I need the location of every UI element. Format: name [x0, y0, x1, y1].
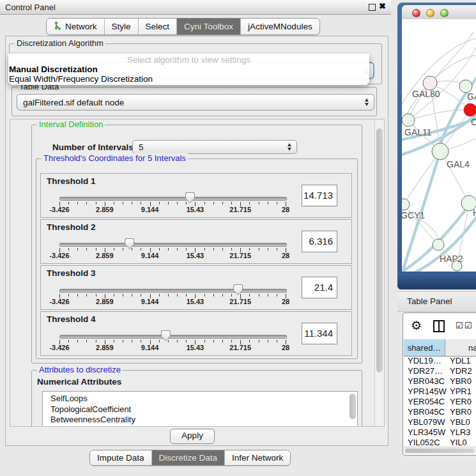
minor-tick: [159, 248, 160, 250]
close-traffic-light-icon[interactable]: [412, 9, 420, 17]
application-window: Control Panel ✖ NetworkStyleSelectCyni T…: [0, 0, 476, 476]
slider-thumb[interactable]: [185, 192, 195, 203]
table-hscrollbar-thumb[interactable]: [405, 449, 474, 453]
tick-label: 9.144: [130, 344, 171, 351]
tab-impute-data[interactable]: Impute Data: [90, 450, 152, 465]
list-scrollbar-thumb[interactable]: [349, 394, 356, 419]
table-data-combobox[interactable]: galFiltered.sif default node: [17, 94, 374, 111]
tick-label: 9.144: [130, 252, 171, 259]
slider-track[interactable]: [59, 289, 287, 293]
slider-thumb[interactable]: [161, 330, 171, 341]
slider-track[interactable]: [59, 335, 287, 339]
tab-infer-network[interactable]: Infer Network: [225, 450, 290, 465]
tab-discretize-data[interactable]: Discretize Data: [152, 450, 226, 465]
network-node-GAL80[interactable]: [423, 76, 437, 90]
column-header[interactable]: na: [445, 339, 476, 356]
table-row[interactable]: YBR045CYBR0: [404, 407, 476, 417]
numerical-attributes-list[interactable]: SelfLoopsTopologicalCoefficientBetweenne…: [42, 391, 358, 427]
cell-shared-name: YBR043C: [404, 376, 445, 387]
slider-track[interactable]: [59, 197, 287, 201]
table-row[interactable]: YLR345WYLR3: [404, 427, 476, 438]
number-of-intervals-spinner[interactable]: 5: [132, 140, 297, 154]
network-icon: [54, 21, 62, 33]
attribute-list-item[interactable]: SelfLoops: [43, 392, 357, 404]
minor-tick: [86, 202, 87, 204]
table-row[interactable]: YBL079WYBL0: [404, 417, 476, 427]
table-row[interactable]: YDR27…YDR2: [404, 366, 476, 376]
minor-tick: [114, 248, 114, 250]
minor-tick: [268, 248, 268, 250]
tab-label: Style: [112, 22, 131, 31]
dropdown-item[interactable]: Manual Discretization: [9, 65, 98, 74]
attributes-group-label: Attributes to discretize: [37, 365, 123, 374]
panel-scrollbar-track[interactable]: [374, 119, 384, 426]
checkbox-checked-icon[interactable]: ☑: [464, 321, 472, 330]
network-node-HAP2[interactable]: [433, 239, 444, 250]
threshold-value-field[interactable]: 14.713: [302, 185, 337, 206]
apply-button[interactable]: Apply: [170, 429, 215, 444]
table-row[interactable]: YPR145WYPR1: [404, 387, 476, 397]
tab-cyni-toolbox[interactable]: Cyni Toolbox: [177, 19, 241, 35]
table-row[interactable]: YDL19…YDL1: [404, 356, 476, 366]
minor-tick: [123, 248, 123, 250]
tick-label: 15.43: [174, 344, 215, 351]
minimize-traffic-light-icon[interactable]: [426, 9, 434, 17]
tick-label: -3.426: [39, 298, 80, 305]
attribute-list-item[interactable]: BetweennessCentrality: [43, 415, 357, 426]
minor-tick: [77, 202, 78, 204]
threshold-row: Threshold 2-3.4262.8599.14415.4321.71528…: [40, 219, 352, 264]
slider-thumb[interactable]: [233, 284, 243, 295]
split-columns-icon[interactable]: [433, 320, 445, 332]
tab-select[interactable]: Select: [139, 19, 178, 35]
close-icon[interactable]: ✖: [379, 1, 386, 11]
thresholds-group: Threshold's Coordinates for 5 Intervals …: [36, 158, 358, 359]
network-node-GAL11[interactable]: [402, 114, 415, 127]
table-hscrollbar-track[interactable]: [404, 447, 476, 454]
minor-tick: [249, 248, 250, 250]
threshold-value-field[interactable]: 21.4: [302, 277, 337, 298]
control-panel-titlebar: Control Panel ✖: [0, 0, 391, 15]
tick-label: 15.43: [174, 252, 215, 259]
threshold-row: Threshold 1-3.4262.8599.14415.4321.71528…: [40, 173, 352, 218]
float-window-icon[interactable]: [369, 4, 376, 11]
node-label: GAL4: [447, 159, 470, 169]
node-label: HAP2: [440, 254, 463, 264]
minor-tick: [68, 202, 69, 204]
slider-track[interactable]: [59, 243, 287, 247]
zoom-traffic-light-icon[interactable]: [440, 9, 449, 17]
tick-label: 9.144: [130, 298, 171, 305]
network-node-GA[interactable]: [459, 80, 472, 93]
table-row[interactable]: YIL052CYIL0: [404, 438, 476, 447]
threshold-value-field[interactable]: 6.316: [302, 231, 337, 252]
tab-jactivemnodules[interactable]: jActiveMNodules: [241, 19, 319, 35]
slider-thumb[interactable]: [125, 238, 134, 249]
table-row[interactable]: YER054CYER0: [404, 397, 476, 407]
minor-tick: [86, 294, 87, 296]
network-canvas[interactable]: GAL80GACGAL11GAL4GCY1HHAP2: [402, 19, 476, 272]
interval-definition-group: Interval Definition Number of Intervals …: [31, 125, 362, 364]
panel-scrollbar-thumb[interactable]: [376, 128, 383, 372]
network-node-red-node[interactable]: [464, 104, 476, 116]
minor-tick: [132, 294, 132, 296]
minor-tick: [168, 202, 169, 204]
table-panel-title: Table Panel: [407, 296, 452, 306]
tick-label: 2.859: [84, 344, 125, 351]
spinner-arrows-icon: [288, 143, 292, 151]
table-row[interactable]: YBR043CYBR0: [404, 376, 476, 387]
combo-arrows-icon: [365, 98, 369, 106]
network-node-GAL4[interactable]: [432, 143, 449, 160]
minor-tick: [204, 248, 205, 250]
threshold-value-field[interactable]: 11.344: [302, 323, 337, 344]
dropdown-item[interactable]: Equal Width/Frequency Discretization: [9, 74, 153, 84]
minor-tick: [268, 294, 268, 296]
tab-network[interactable]: Network: [47, 19, 105, 35]
settings-gear-icon[interactable]: ⚙: [411, 318, 422, 333]
column-header[interactable]: shared…: [404, 339, 445, 356]
attribute-list-item[interactable]: TopologicalCoefficient: [43, 404, 357, 415]
network-window[interactable]: GAL80GACGAL11GAL4GCY1HHAP2: [397, 3, 476, 289]
minor-tick: [123, 294, 123, 296]
checkbox-checked-icon[interactable]: ☑: [456, 321, 463, 330]
minor-tick: [141, 202, 141, 204]
network-node-GCY1[interactable]: [402, 199, 410, 210]
tab-style[interactable]: Style: [105, 19, 139, 35]
